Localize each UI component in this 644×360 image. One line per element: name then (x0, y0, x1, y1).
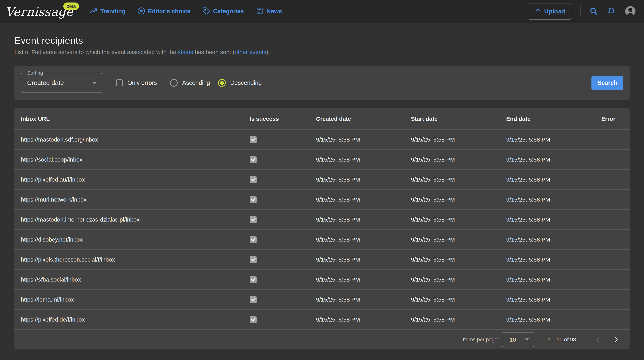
table-row: https://pixelfed.de/f/inbox 9/15/25, 5:5… (14, 310, 630, 330)
page-size-select[interactable]: 10 (502, 332, 534, 347)
inbox-url-cell: https://sfba.social/inbox (14, 276, 243, 283)
nav-item-editors-choice[interactable]: Editor's choice (138, 7, 190, 15)
created-date-cell: 9/15/25, 5:58 PM (310, 176, 404, 183)
inbox-url-cell: https://pixels.thoresson.social/f/inbox (14, 256, 243, 263)
success-checkbox (250, 216, 257, 223)
nav-item-label: News (266, 8, 282, 15)
recipients-table: Inbox URL Is success Created date Start … (14, 108, 630, 350)
page-content: Event recipients List of Fediverse serve… (0, 35, 644, 350)
checkbox-icon (116, 79, 123, 86)
end-date-cell: 9/15/25, 5:58 PM (500, 256, 595, 263)
success-checkbox (250, 176, 257, 183)
table-row: https://disobey.net/inbox 9/15/25, 5:58 … (14, 229, 630, 249)
created-date-cell: 9/15/25, 5:58 PM (310, 316, 404, 323)
news-article-icon (256, 7, 264, 15)
upload-button-label: Upload (544, 8, 565, 15)
end-date-cell: 9/15/25, 5:58 PM (500, 136, 595, 143)
is-success-cell (243, 176, 310, 183)
sorting-select-label: Sorting (25, 70, 45, 76)
top-navbar: Vernissage beta Trending Editor's choice (0, 0, 644, 23)
column-header-inbox-url: Inbox URL (14, 116, 243, 122)
paginator: Items per page: 10 1 – 10 of 93 (14, 330, 630, 350)
start-date-cell: 9/15/25, 5:58 PM (404, 296, 500, 303)
only-errors-checkbox[interactable]: Only errors (116, 79, 157, 86)
inbox-url-cell: https://mastodon.internet-czas-dzialac.p… (14, 216, 243, 223)
star-circle-icon (138, 7, 145, 15)
is-success-cell (243, 296, 310, 303)
ascending-radio[interactable]: Ascending (170, 79, 210, 87)
start-date-cell: 9/15/25, 5:58 PM (404, 136, 500, 143)
success-checkbox (250, 196, 257, 203)
end-date-cell: 9/15/25, 5:58 PM (500, 156, 595, 163)
is-success-cell (243, 216, 310, 223)
page-range-label: 1 – 10 of 93 (548, 337, 576, 343)
column-header-end-date: End date (500, 116, 595, 122)
search-icon-button[interactable] (589, 7, 598, 16)
radio-selected-icon (218, 79, 226, 87)
column-header-error: Error (595, 116, 630, 122)
end-date-cell: 9/15/25, 5:58 PM (500, 176, 595, 183)
inbox-url-cell: https://muri.network/inbox (14, 196, 243, 203)
table-header-row: Inbox URL Is success Created date Start … (14, 108, 630, 129)
nav-item-categories[interactable]: Categories (202, 7, 244, 15)
items-per-page-label: Items per page: (463, 337, 499, 343)
bell-icon (607, 7, 616, 16)
inbox-url-cell: https://loma.ml/inbox (14, 296, 243, 303)
end-date-cell: 9/15/25, 5:58 PM (500, 316, 595, 323)
inbox-url-cell: https://mastodon.sdf.org/inbox (14, 136, 243, 143)
inbox-url-cell: https://social.coop/inbox (14, 156, 243, 163)
success-checkbox (250, 136, 257, 143)
previous-page-button[interactable] (594, 336, 602, 344)
is-success-cell (243, 136, 310, 143)
notifications-button[interactable] (607, 7, 616, 16)
is-success-cell (243, 196, 310, 203)
other-events-link[interactable]: other events (234, 49, 266, 55)
table-row: https://social.coop/inbox 9/15/25, 5:58 … (14, 149, 630, 169)
chevron-down-icon (525, 339, 529, 341)
is-success-cell (243, 316, 310, 323)
end-date-cell: 9/15/25, 5:58 PM (500, 236, 595, 243)
nav-item-trending[interactable]: Trending (90, 7, 126, 15)
table-body: https://mastodon.sdf.org/inbox 9/15/25, … (14, 129, 630, 330)
end-date-cell: 9/15/25, 5:58 PM (500, 296, 595, 303)
inbox-url-cell: https://disobey.net/inbox (14, 236, 243, 243)
radio-icon (170, 79, 178, 87)
created-date-cell: 9/15/25, 5:58 PM (310, 136, 404, 143)
next-page-button[interactable] (613, 336, 620, 344)
descending-radio[interactable]: Descending (218, 79, 262, 87)
start-date-cell: 9/15/25, 5:58 PM (404, 176, 500, 183)
start-date-cell: 9/15/25, 5:58 PM (404, 276, 500, 283)
table-row: https://muri.network/inbox 9/15/25, 5:58… (14, 189, 630, 209)
table-row: https://sfba.social/inbox 9/15/25, 5:58 … (14, 269, 630, 289)
created-date-cell: 9/15/25, 5:58 PM (310, 156, 404, 163)
table-row: https://pixels.thoresson.social/f/inbox … (14, 249, 630, 269)
status-link[interactable]: status (178, 49, 193, 55)
created-date-cell: 9/15/25, 5:58 PM (310, 236, 404, 243)
search-button[interactable]: Search (592, 76, 624, 90)
start-date-cell: 9/15/25, 5:58 PM (404, 316, 500, 323)
tag-heart-icon (202, 7, 210, 15)
created-date-cell: 9/15/25, 5:58 PM (310, 276, 404, 283)
end-date-cell: 9/15/25, 5:58 PM (500, 216, 595, 223)
is-success-cell (243, 156, 310, 163)
column-header-start-date: Start date (404, 116, 500, 122)
page-title: Event recipients (14, 35, 630, 46)
start-date-cell: 9/15/25, 5:58 PM (404, 256, 500, 263)
success-checkbox (250, 316, 257, 323)
inbox-url-cell: https://pixelfed.au/f/inbox (14, 176, 243, 183)
created-date-cell: 9/15/25, 5:58 PM (310, 216, 404, 223)
page-subtitle: List of Fediverse servers to which the e… (14, 49, 630, 55)
chevron-right-icon (613, 336, 620, 344)
search-icon (589, 7, 598, 16)
table-row: https://mastodon.internet-czas-dzialac.p… (14, 209, 630, 229)
subtitle-text: has been sent ( (193, 49, 234, 55)
sorting-select[interactable]: Sorting Created date (21, 73, 102, 93)
user-avatar[interactable] (625, 6, 636, 16)
app-logo[interactable]: Vernissage beta (6, 5, 73, 18)
start-date-cell: 9/15/25, 5:58 PM (404, 196, 500, 203)
success-checkbox (250, 156, 257, 163)
success-checkbox (250, 296, 257, 303)
nav-item-news[interactable]: News (256, 7, 282, 15)
upload-button[interactable]: Upload (528, 3, 572, 20)
subtitle-text: ). (266, 49, 270, 55)
